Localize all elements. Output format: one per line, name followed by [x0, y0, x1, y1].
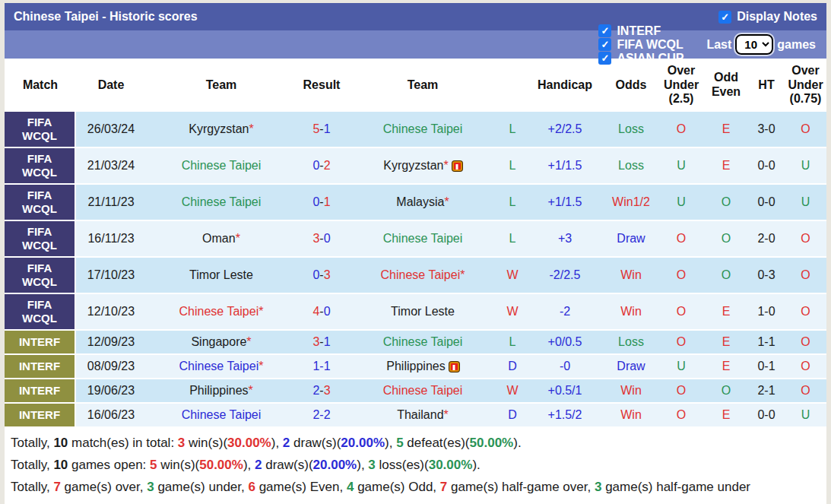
odds-result: Loss: [604, 112, 658, 148]
column-header: Handicap: [526, 59, 604, 112]
text-segment: Chinese Taipei: [381, 268, 461, 281]
last-label: Last: [706, 38, 731, 52]
competition-label: ASIAN CUP: [617, 52, 684, 65]
over-under-2-5: O: [658, 258, 704, 294]
over-under-0-75: O: [785, 221, 826, 258]
away-team: Thailand*: [347, 404, 499, 428]
last-games-select[interactable]: 10: [735, 34, 773, 55]
match-date: 17/10/23: [76, 258, 146, 294]
text-segment: ).: [472, 458, 480, 472]
text-segment: 2: [283, 436, 290, 450]
half-time-score: 2-1: [748, 379, 785, 404]
column-header: Team: [146, 59, 297, 112]
competition-checkbox[interactable]: [598, 52, 611, 65]
league-badge: FIFA WCQL: [5, 258, 76, 294]
table-row: INTERF12/09/23Singapore*3-1Chinese Taipe…: [5, 331, 826, 355]
result-score: 0-2: [297, 148, 347, 185]
last-games-group: Last 10 games: [706, 34, 816, 55]
odd-even: O: [704, 221, 748, 258]
red-card-icon: [452, 161, 462, 171]
over-under-2-5: U: [658, 355, 704, 379]
text-segment: 4: [312, 305, 319, 318]
totals-summary: Totally, 10 match(es) in total: 3 win(s)…: [5, 428, 826, 504]
text-segment: draw(s)(: [262, 458, 312, 472]
text-segment: 1: [324, 335, 331, 348]
summary-line: Totally, 7 game(s) over, 3 game(s) under…: [11, 476, 820, 498]
display-notes-checkbox[interactable]: [718, 11, 731, 24]
result-score: 3-1: [297, 331, 347, 355]
competition-filter: FIFA WCQL: [598, 38, 684, 52]
text-segment: *: [444, 195, 449, 208]
competition-filter: INTERF: [598, 24, 684, 38]
summary-line: Totally, 10 games open: 5 win(s)(50.00%)…: [11, 454, 820, 476]
table-row: FIFA WCQL21/03/24Chinese Taipei0-2Kyrgyz…: [5, 148, 826, 185]
match-rows: FIFA WCQL26/03/24Kyrgyzstan*5-1Chinese T…: [5, 112, 826, 428]
handicap-line: -0: [526, 355, 604, 379]
text-segment: 2: [324, 159, 331, 172]
text-segment: game(s) half-game over,: [447, 480, 595, 494]
text-segment: Chinese Taipei: [383, 232, 463, 245]
text-segment: game(s) under,: [154, 480, 249, 494]
text-segment: Oman: [202, 232, 236, 245]
text-segment: game(s) over,: [61, 480, 147, 494]
text-segment: Totally,: [11, 458, 53, 472]
text-segment: ),: [271, 436, 283, 450]
text-segment: 20.00%: [341, 436, 385, 450]
text-segment: Totally,: [11, 480, 53, 494]
over-under-2-5: U: [658, 185, 704, 221]
away-team: Chinese Taipei*: [347, 258, 499, 294]
result-score: 3-0: [297, 221, 347, 258]
text-segment: 3: [147, 480, 154, 494]
match-date: 12/10/23: [76, 294, 146, 331]
away-team: Chinese Taipei: [347, 112, 499, 148]
display-notes-label: Display Notes: [737, 10, 817, 24]
away-team: Chinese Taipei: [347, 331, 499, 355]
text-segment: Kyrgyzstan: [383, 159, 443, 172]
handicap-line: +3: [526, 221, 604, 258]
odds-result: Win: [604, 404, 658, 428]
table-header: MatchDateTeamResultTeamHandicapOddsOver …: [5, 59, 826, 112]
text-segment: 1: [324, 195, 331, 208]
half-time-score: 0-0: [748, 185, 785, 221]
text-segment: 3: [324, 384, 331, 397]
over-under-0-75: U: [785, 185, 826, 221]
result-score: 0-3: [297, 258, 347, 294]
column-header: Match: [5, 59, 76, 112]
league-badge: INTERF: [5, 355, 76, 379]
column-header: Date: [76, 59, 146, 112]
over-under-2-5: O: [658, 379, 704, 404]
text-segment: 30.00%: [227, 436, 271, 450]
table-row: FIFA WCQL17/10/23Timor Leste0-3Chinese T…: [5, 258, 826, 294]
competition-filter: ASIAN CUP: [598, 52, 684, 65]
home-team: Kyrgyzstan*: [146, 112, 297, 148]
column-header: Result: [297, 59, 347, 112]
over-under-0-75: O: [785, 331, 826, 355]
text-segment: Thailand: [397, 408, 443, 421]
odd-even: E: [704, 112, 748, 148]
away-team: Chinese Taipei: [347, 379, 499, 404]
text-segment: 5: [150, 458, 157, 472]
match-date: 19/06/23: [76, 379, 146, 404]
half-time-score: 2-0: [748, 221, 785, 258]
competition-checkbox[interactable]: [598, 38, 611, 51]
competition-checkbox[interactable]: [598, 24, 611, 37]
text-segment: 3: [595, 480, 601, 494]
text-segment: 3: [312, 335, 319, 348]
text-segment: 0: [312, 195, 319, 208]
text-segment: 3: [368, 458, 375, 472]
odds-result: Win1/2: [604, 185, 658, 221]
text-segment: games open:: [68, 458, 150, 472]
column-header: Odd Even: [704, 59, 748, 112]
text-segment: Philippines: [386, 360, 445, 372]
text-segment: *: [249, 122, 253, 135]
text-segment: ),: [357, 458, 368, 472]
text-segment: draw(s)(: [290, 436, 341, 450]
text-segment: win(s)(: [185, 436, 227, 450]
match-date: 21/11/23: [76, 185, 146, 221]
handicap-outcome: L: [499, 221, 526, 258]
text-segment: 3: [178, 436, 185, 450]
red-card-icon: [449, 362, 459, 372]
competition-filters: INTERFFIFA WCQLASIAN CUP: [588, 24, 684, 65]
handicap-line: +1.5/2: [526, 404, 604, 428]
over-under-0-75: U: [785, 148, 826, 185]
